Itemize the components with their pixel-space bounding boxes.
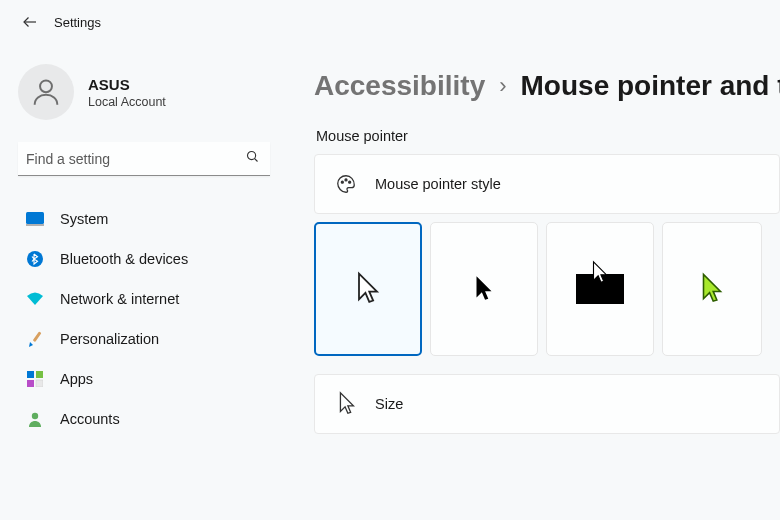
pointer-style-white[interactable] <box>314 222 422 356</box>
cursor-outline-icon <box>335 393 357 415</box>
breadcrumb-parent[interactable]: Accessibility <box>314 70 485 102</box>
sidebar: ASUS Local Account System <box>0 44 288 520</box>
breadcrumb-current: Mouse pointer and touch <box>521 70 780 102</box>
search-input[interactable] <box>26 151 245 167</box>
section-label: Mouse pointer <box>316 128 780 144</box>
sidebar-item-label: Network & internet <box>60 291 179 307</box>
sidebar-item-label: Accounts <box>60 411 120 427</box>
breadcrumb: Accessibility › Mouse pointer and touch <box>314 70 780 102</box>
svg-point-1 <box>40 80 52 92</box>
profile-block[interactable]: ASUS Local Account <box>18 58 270 142</box>
sidebar-item-label: Personalization <box>60 331 159 347</box>
sidebar-item-label: Apps <box>60 371 93 387</box>
paintbrush-icon <box>26 330 44 348</box>
sidebar-item-label: Bluetooth & devices <box>60 251 188 267</box>
svg-point-2 <box>248 152 256 160</box>
search-icon <box>245 149 260 168</box>
sidebar-item-network[interactable]: Network & internet <box>18 280 270 318</box>
main-content: Accessibility › Mouse pointer and touch … <box>288 44 780 520</box>
svg-rect-9 <box>36 371 43 378</box>
palette-icon <box>335 173 357 195</box>
svg-rect-8 <box>27 371 34 378</box>
app-title: Settings <box>54 15 101 30</box>
cursor-icon <box>354 271 382 307</box>
inverted-preview <box>576 274 624 304</box>
sidebar-item-label: System <box>60 211 108 227</box>
card-title: Mouse pointer style <box>375 176 501 192</box>
svg-rect-7 <box>33 331 42 342</box>
bluetooth-icon <box>26 250 44 268</box>
svg-rect-4 <box>26 212 44 224</box>
nav-list: System Bluetooth & devices Network & int… <box>18 200 270 438</box>
svg-point-13 <box>341 181 343 183</box>
pointer-style-options <box>314 222 780 356</box>
search-box[interactable] <box>18 142 270 176</box>
svg-line-3 <box>255 159 258 162</box>
sidebar-item-bluetooth[interactable]: Bluetooth & devices <box>18 240 270 278</box>
profile-subtitle: Local Account <box>88 95 166 109</box>
monitor-icon <box>26 210 44 228</box>
sidebar-item-personalization[interactable]: Personalization <box>18 320 270 358</box>
cursor-icon <box>590 260 610 286</box>
cursor-icon <box>699 272 725 306</box>
svg-rect-5 <box>26 224 44 226</box>
pointer-style-black[interactable] <box>430 222 538 356</box>
wifi-icon <box>26 290 44 308</box>
svg-rect-10 <box>27 380 34 387</box>
chevron-right-icon: › <box>499 73 506 99</box>
apps-icon <box>26 370 44 388</box>
pointer-style-inverted[interactable] <box>546 222 654 356</box>
svg-point-15 <box>349 181 351 183</box>
card-title: Size <box>375 396 403 412</box>
sidebar-item-system[interactable]: System <box>18 200 270 238</box>
person-icon <box>26 410 44 428</box>
cursor-icon <box>473 274 495 304</box>
back-button[interactable] <box>20 12 40 32</box>
svg-point-14 <box>345 179 347 181</box>
avatar <box>18 64 74 120</box>
pointer-style-card[interactable]: Mouse pointer style <box>314 154 780 214</box>
sidebar-item-apps[interactable]: Apps <box>18 360 270 398</box>
svg-rect-11 <box>36 380 43 387</box>
sidebar-item-accounts[interactable]: Accounts <box>18 400 270 438</box>
pointer-size-card[interactable]: Size <box>314 374 780 434</box>
svg-point-12 <box>32 413 38 419</box>
pointer-style-custom[interactable] <box>662 222 762 356</box>
profile-name: ASUS <box>88 76 166 93</box>
